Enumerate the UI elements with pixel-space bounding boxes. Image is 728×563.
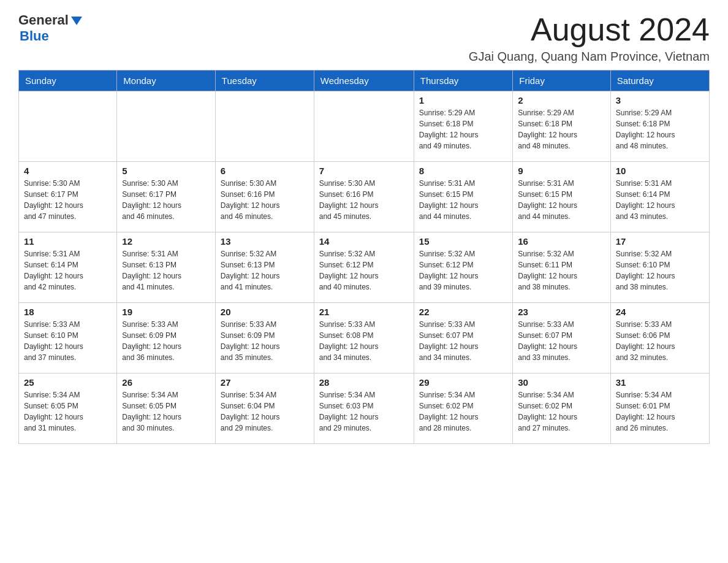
calendar-cell: 15Sunrise: 5:32 AM Sunset: 6:12 PM Dayli…: [414, 232, 512, 303]
calendar-cell: 10Sunrise: 5:31 AM Sunset: 6:14 PM Dayli…: [610, 162, 709, 232]
day-info: Sunrise: 5:32 AM Sunset: 6:11 PM Dayligh…: [518, 248, 605, 293]
calendar-cell: 1Sunrise: 5:29 AM Sunset: 6:18 PM Daylig…: [414, 91, 512, 162]
week-row-5: 25Sunrise: 5:34 AM Sunset: 6:05 PM Dayli…: [19, 373, 710, 444]
day-number: 27: [221, 377, 309, 388]
day-number: 1: [419, 95, 507, 105]
calendar-cell: 31Sunrise: 5:34 AM Sunset: 6:01 PM Dayli…: [610, 373, 709, 444]
day-number: 20: [221, 307, 309, 317]
day-number: 26: [122, 377, 210, 388]
day-number: 6: [221, 166, 309, 176]
calendar-cell: 23Sunrise: 5:33 AM Sunset: 6:07 PM Dayli…: [513, 303, 610, 373]
month-title: August 2024: [469, 12, 710, 47]
calendar-cell: 27Sunrise: 5:34 AM Sunset: 6:04 PM Dayli…: [215, 373, 314, 444]
location-title: GJai Quang, Quang Nam Province, Vietnam: [469, 50, 710, 64]
week-row-1: 1Sunrise: 5:29 AM Sunset: 6:18 PM Daylig…: [19, 91, 710, 162]
calendar-cell: 25Sunrise: 5:34 AM Sunset: 6:05 PM Dayli…: [19, 373, 117, 444]
day-number: 18: [24, 307, 112, 317]
calendar-cell: 2Sunrise: 5:29 AM Sunset: 6:18 PM Daylig…: [513, 91, 610, 162]
calendar-cell: 19Sunrise: 5:33 AM Sunset: 6:09 PM Dayli…: [117, 303, 216, 373]
calendar-cell: [215, 91, 314, 162]
calendar-cell: 21Sunrise: 5:33 AM Sunset: 6:08 PM Dayli…: [314, 303, 414, 373]
day-number: 11: [24, 236, 112, 247]
weekday-header-row: SundayMondayTuesdayWednesdayThursdayFrid…: [19, 71, 710, 91]
day-number: 24: [616, 307, 704, 317]
day-number: 17: [616, 236, 704, 247]
day-number: 19: [122, 307, 210, 317]
calendar-cell: 5Sunrise: 5:30 AM Sunset: 6:17 PM Daylig…: [117, 162, 216, 232]
day-info: Sunrise: 5:34 AM Sunset: 6:02 PM Dayligh…: [419, 389, 507, 434]
day-number: 22: [419, 307, 507, 317]
calendar-cell: 7Sunrise: 5:30 AM Sunset: 6:16 PM Daylig…: [314, 162, 414, 232]
weekday-header-monday: Monday: [117, 71, 216, 91]
day-info: Sunrise: 5:33 AM Sunset: 6:10 PM Dayligh…: [24, 319, 112, 363]
weekday-header-wednesday: Wednesday: [314, 71, 414, 91]
weekday-header-sunday: Sunday: [19, 71, 117, 91]
day-number: 29: [419, 377, 507, 388]
week-row-2: 4Sunrise: 5:30 AM Sunset: 6:17 PM Daylig…: [19, 162, 710, 232]
weekday-header-saturday: Saturday: [610, 71, 709, 91]
week-row-3: 11Sunrise: 5:31 AM Sunset: 6:14 PM Dayli…: [19, 232, 710, 303]
day-info: Sunrise: 5:31 AM Sunset: 6:15 PM Dayligh…: [419, 178, 507, 222]
day-info: Sunrise: 5:33 AM Sunset: 6:09 PM Dayligh…: [122, 319, 210, 363]
day-info: Sunrise: 5:34 AM Sunset: 6:02 PM Dayligh…: [518, 389, 605, 434]
calendar-cell: 28Sunrise: 5:34 AM Sunset: 6:03 PM Dayli…: [314, 373, 414, 444]
day-number: 15: [419, 236, 507, 247]
day-number: 7: [319, 166, 409, 176]
weekday-header-tuesday: Tuesday: [215, 71, 314, 91]
calendar-table: SundayMondayTuesdayWednesdayThursdayFrid…: [18, 70, 710, 444]
day-number: 2: [518, 95, 605, 105]
calendar-cell: 18Sunrise: 5:33 AM Sunset: 6:10 PM Dayli…: [19, 303, 117, 373]
day-info: Sunrise: 5:29 AM Sunset: 6:18 PM Dayligh…: [419, 107, 507, 151]
calendar-cell: 22Sunrise: 5:33 AM Sunset: 6:07 PM Dayli…: [414, 303, 512, 373]
day-number: 4: [24, 166, 112, 176]
title-block: August 2024 GJai Quang, Quang Nam Provin…: [469, 12, 710, 64]
calendar-cell: 14Sunrise: 5:32 AM Sunset: 6:12 PM Dayli…: [314, 232, 414, 303]
day-number: 5: [122, 166, 210, 176]
calendar-cell: 11Sunrise: 5:31 AM Sunset: 6:14 PM Dayli…: [19, 232, 117, 303]
day-info: Sunrise: 5:30 AM Sunset: 6:17 PM Dayligh…: [24, 178, 112, 222]
day-info: Sunrise: 5:33 AM Sunset: 6:08 PM Dayligh…: [319, 319, 409, 363]
day-info: Sunrise: 5:33 AM Sunset: 6:09 PM Dayligh…: [221, 319, 309, 363]
day-info: Sunrise: 5:34 AM Sunset: 6:05 PM Dayligh…: [24, 389, 112, 434]
day-info: Sunrise: 5:32 AM Sunset: 6:12 PM Dayligh…: [319, 248, 409, 293]
day-number: 13: [221, 236, 309, 247]
day-info: Sunrise: 5:33 AM Sunset: 6:06 PM Dayligh…: [616, 319, 704, 363]
calendar-cell: [314, 91, 414, 162]
day-number: 25: [24, 377, 112, 388]
weekday-header-thursday: Thursday: [414, 71, 512, 91]
day-info: Sunrise: 5:29 AM Sunset: 6:18 PM Dayligh…: [616, 107, 704, 151]
calendar-cell: 29Sunrise: 5:34 AM Sunset: 6:02 PM Dayli…: [414, 373, 512, 444]
day-number: 21: [319, 307, 409, 317]
day-info: Sunrise: 5:30 AM Sunset: 6:16 PM Dayligh…: [221, 178, 309, 222]
day-number: 30: [518, 377, 605, 388]
calendar-cell: 24Sunrise: 5:33 AM Sunset: 6:06 PM Dayli…: [610, 303, 709, 373]
day-info: Sunrise: 5:32 AM Sunset: 6:10 PM Dayligh…: [616, 248, 704, 293]
day-info: Sunrise: 5:33 AM Sunset: 6:07 PM Dayligh…: [419, 319, 507, 363]
calendar-cell: 12Sunrise: 5:31 AM Sunset: 6:13 PM Dayli…: [117, 232, 216, 303]
calendar-cell: 13Sunrise: 5:32 AM Sunset: 6:13 PM Dayli…: [215, 232, 314, 303]
day-number: 12: [122, 236, 210, 247]
day-info: Sunrise: 5:32 AM Sunset: 6:12 PM Dayligh…: [419, 248, 507, 293]
day-info: Sunrise: 5:31 AM Sunset: 6:14 PM Dayligh…: [616, 178, 704, 222]
day-info: Sunrise: 5:34 AM Sunset: 6:04 PM Dayligh…: [221, 389, 309, 434]
day-number: 10: [616, 166, 704, 176]
calendar-cell: [19, 91, 117, 162]
calendar-cell: [117, 91, 216, 162]
calendar-cell: 9Sunrise: 5:31 AM Sunset: 6:15 PM Daylig…: [513, 162, 610, 232]
day-info: Sunrise: 5:32 AM Sunset: 6:13 PM Dayligh…: [221, 248, 309, 293]
logo-arrow-icon: [70, 14, 83, 28]
day-number: 31: [616, 377, 704, 388]
day-info: Sunrise: 5:33 AM Sunset: 6:07 PM Dayligh…: [518, 319, 605, 363]
day-info: Sunrise: 5:34 AM Sunset: 6:05 PM Dayligh…: [122, 389, 210, 434]
day-number: 28: [319, 377, 409, 388]
calendar-cell: 6Sunrise: 5:30 AM Sunset: 6:16 PM Daylig…: [215, 162, 314, 232]
calendar-cell: 26Sunrise: 5:34 AM Sunset: 6:05 PM Dayli…: [117, 373, 216, 444]
day-info: Sunrise: 5:30 AM Sunset: 6:17 PM Dayligh…: [122, 178, 210, 222]
weekday-header-friday: Friday: [513, 71, 610, 91]
logo: General Blue: [18, 12, 83, 44]
logo-blue-text: Blue: [20, 28, 49, 44]
day-info: Sunrise: 5:34 AM Sunset: 6:01 PM Dayligh…: [616, 389, 704, 434]
day-number: 23: [518, 307, 605, 317]
day-number: 9: [518, 166, 605, 176]
calendar-cell: 4Sunrise: 5:30 AM Sunset: 6:17 PM Daylig…: [19, 162, 117, 232]
